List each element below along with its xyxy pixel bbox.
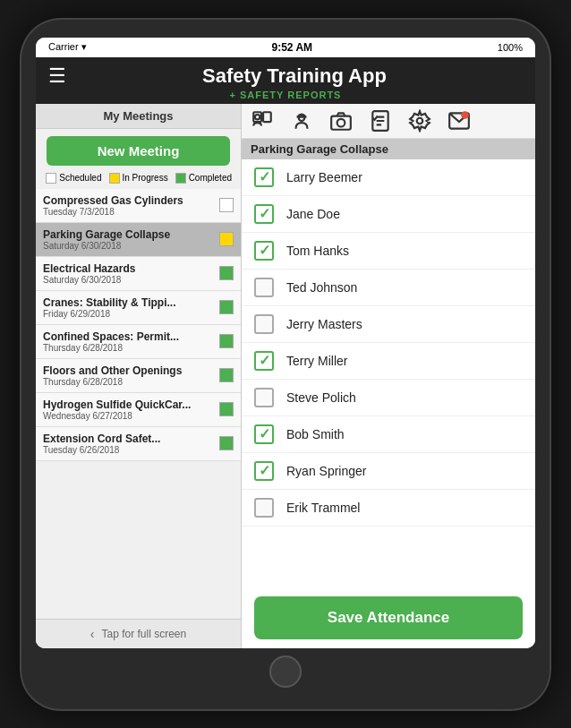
meeting-status-indicator: [219, 198, 234, 212]
attendee-row[interactable]: Ted Johnson: [242, 270, 535, 306]
meeting-info: Parking Garage CollapseSaturday 6/30/201…: [43, 228, 214, 251]
attendee-row[interactable]: ✓Bob Smith: [242, 416, 535, 453]
attendee-row[interactable]: Jerry Masters: [242, 306, 535, 343]
attendee-checkbox[interactable]: [254, 314, 274, 334]
home-button[interactable]: [269, 655, 302, 688]
new-meeting-button[interactable]: New Meeting: [47, 136, 230, 166]
attendee-name: Bob Smith: [286, 427, 345, 441]
attendee-checkbox[interactable]: ✓: [254, 241, 274, 261]
legend-in-progress: In Progress: [109, 173, 168, 184]
meeting-title: Confined Spaces: Permit...: [43, 330, 214, 343]
meeting-status-indicator: [219, 300, 234, 314]
attendee-checkbox[interactable]: ✓: [254, 204, 274, 224]
legend-scheduled: Scheduled: [46, 173, 101, 184]
back-arrow-icon: ‹: [90, 627, 95, 641]
in-progress-label: In Progress: [123, 173, 168, 183]
meeting-item[interactable]: Confined Spaces: Permit...Thursday 6/28/…: [36, 325, 241, 359]
attendee-name: Tom Hanks: [286, 244, 349, 258]
tablet-screen: Carrier ▾ 9:52 AM 100% ☰ Safety Training…: [36, 38, 535, 648]
person-hardhat-tab-icon[interactable]: [290, 109, 313, 133]
battery-label: 100%: [498, 42, 523, 53]
attendee-checkbox[interactable]: ✓: [254, 461, 274, 481]
check-mark: ✓: [259, 427, 270, 441]
attendee-row[interactable]: Erik Trammel: [242, 490, 535, 527]
meeting-status-indicator: [219, 436, 234, 450]
attendee-row[interactable]: Steve Polich: [242, 380, 535, 416]
meeting-status-indicator: [219, 334, 234, 348]
settings-tab-icon[interactable]: [408, 109, 431, 133]
tablet-frame: Carrier ▾ 9:52 AM 100% ☰ Safety Training…: [21, 20, 550, 709]
meeting-title: Extension Cord Safet...: [43, 433, 214, 445]
meeting-item[interactable]: Electrical HazardsSaturday 6/30/2018: [36, 257, 241, 291]
meeting-item[interactable]: Floors and Other OpeningsThursday 6/28/2…: [36, 359, 241, 393]
meeting-item[interactable]: Compressed Gas CylindersTuesday 7/3/2018: [36, 189, 241, 223]
meeting-item[interactable]: Extension Cord Safet...Tuesday 6/26/2018: [36, 427, 241, 461]
attendee-checkbox[interactable]: [254, 278, 274, 297]
attendee-checkbox[interactable]: [254, 388, 274, 407]
meeting-info: Hydrogen Sulfide QuickCar...Wednesday 6/…: [43, 398, 214, 421]
email-tab-icon[interactable]: [447, 109, 471, 133]
attendee-row[interactable]: ✓Terry Miller: [242, 343, 535, 380]
right-panel: Parking Garage Collapse ✓Larry Beemer✓Ja…: [242, 104, 535, 648]
meeting-item[interactable]: Hydrogen Sulfide QuickCar...Wednesday 6/…: [36, 393, 241, 427]
meeting-info: Compressed Gas CylindersTuesday 7/3/2018: [43, 194, 214, 217]
legend-row: Scheduled In Progress Completed: [36, 173, 241, 189]
meeting-title: Hydrogen Sulfide QuickCar...: [43, 398, 214, 411]
attendee-name: Steve Polich: [286, 390, 356, 405]
carrier-label: Carrier ▾: [48, 41, 87, 53]
app-title: Safety Training App: [66, 64, 523, 88]
meeting-status-indicator: [219, 368, 234, 382]
attendee-checkbox[interactable]: ✓: [254, 351, 274, 371]
attendee-row[interactable]: ✓Larry Beemer: [242, 159, 535, 196]
attendee-name: Erik Trammel: [286, 501, 360, 515]
attendee-name: Ryan Springer: [286, 464, 367, 478]
meeting-title: Cranes: Stability & Tippi...: [43, 296, 214, 309]
attendee-name: Jane Doe: [286, 207, 340, 221]
meetings-list: Compressed Gas CylindersTuesday 7/3/2018…: [36, 189, 241, 619]
time-label: 9:52 AM: [271, 41, 312, 54]
hamburger-icon[interactable]: ☰: [48, 64, 66, 88]
camera-tab-icon[interactable]: [329, 109, 353, 133]
legend-completed: Completed: [175, 173, 232, 184]
left-panel-footer[interactable]: ‹ Tap for full screen: [36, 619, 241, 648]
meeting-date: Thursday 6/28/2018: [43, 343, 214, 353]
save-attendance-button[interactable]: Save Attendance: [254, 596, 523, 639]
scheduled-label: Scheduled: [59, 173, 101, 183]
check-mark: ✓: [259, 354, 270, 368]
completed-label: Completed: [189, 173, 232, 183]
attendee-checkbox[interactable]: ✓: [254, 424, 274, 444]
attendee-row[interactable]: ✓Jane Doe: [242, 196, 535, 233]
meeting-date: Saturday 6/30/2018: [43, 275, 214, 285]
status-bar: Carrier ▾ 9:52 AM 100%: [36, 38, 535, 57]
check-mark: ✓: [259, 464, 270, 478]
meeting-date: Tuesday 6/26/2018: [43, 445, 214, 455]
meeting-title: Parking Garage Collapse: [43, 228, 214, 241]
check-mark: ✓: [259, 207, 270, 221]
fullscreen-label: Tap for full screen: [101, 628, 186, 640]
attendee-checkbox[interactable]: [254, 498, 274, 518]
attendee-checkbox[interactable]: ✓: [254, 167, 274, 187]
meeting-date: Tuesday 7/3/2018: [43, 207, 214, 217]
meeting-title: Floors and Other Openings: [43, 364, 214, 377]
attendee-list: ✓Larry Beemer✓Jane Doe✓Tom HanksTed John…: [242, 159, 535, 587]
meeting-date: Saturday 6/30/2018: [43, 241, 214, 251]
attendee-row[interactable]: ✓Ryan Springer: [242, 453, 535, 490]
meeting-info: Floors and Other OpeningsThursday 6/28/2…: [43, 364, 214, 387]
meeting-info: Extension Cord Safet...Tuesday 6/26/2018: [43, 433, 214, 455]
attendee-row[interactable]: ✓Tom Hanks: [242, 233, 535, 270]
meeting-item[interactable]: Cranes: Stability & Tippi...Friday 6/29/…: [36, 291, 241, 325]
check-mark: ✓: [259, 170, 270, 184]
in-progress-box: [109, 173, 120, 184]
svg-rect-2: [263, 112, 271, 122]
svg-point-6: [337, 118, 345, 126]
svg-point-13: [461, 111, 469, 119]
attendee-name: Ted Johnson: [286, 280, 357, 295]
meeting-date: Wednesday 6/27/2018: [43, 411, 214, 421]
checklist-tab-icon[interactable]: [369, 109, 392, 133]
meeting-title: Compressed Gas Cylinders: [43, 194, 214, 207]
right-panel-header: Parking Garage Collapse: [242, 139, 535, 159]
meeting-item[interactable]: Parking Garage CollapseSaturday 6/30/201…: [36, 223, 241, 257]
check-mark: ✓: [259, 244, 270, 258]
people-tab-icon[interactable]: [251, 109, 274, 133]
svg-point-11: [417, 117, 423, 124]
